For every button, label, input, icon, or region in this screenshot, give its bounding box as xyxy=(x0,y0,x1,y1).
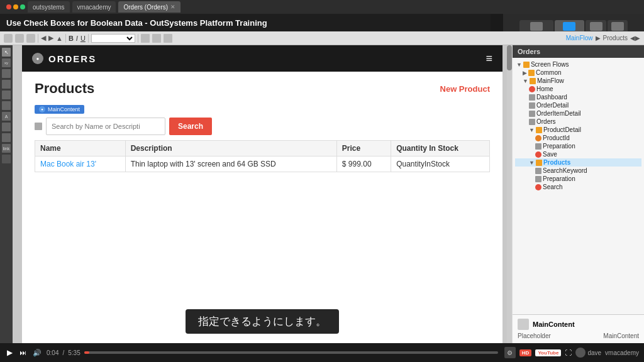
tree-item-search[interactable]: Search xyxy=(515,183,641,191)
vc-right: ⚙ HD YouTube ⛶ dave vmacademy xyxy=(504,347,639,358)
settings-icon[interactable]: ⚙ xyxy=(504,347,516,358)
align-center[interactable] xyxy=(152,34,161,43)
left-tool-3[interactable] xyxy=(2,69,11,78)
progress-bar[interactable] xyxy=(84,351,498,354)
search-bar: Search xyxy=(35,118,490,135)
icon-common xyxy=(528,70,535,76)
window-controls xyxy=(6,4,25,9)
icon-productdetail xyxy=(536,127,542,133)
separator-1 xyxy=(38,34,38,43)
play-button[interactable]: ▶ xyxy=(5,348,14,357)
italic-btn[interactable]: I xyxy=(76,35,78,42)
align-right[interactable] xyxy=(164,34,172,43)
avatar xyxy=(575,348,586,358)
left-tool-7[interactable]: A xyxy=(2,112,11,121)
left-tool-6[interactable] xyxy=(2,101,11,110)
icon-prep2 xyxy=(535,176,541,182)
left-tool-xy[interactable]: xy xyxy=(2,58,11,67)
youtube-logo[interactable]: YouTube xyxy=(535,349,561,356)
label-common: Common xyxy=(536,69,562,76)
products-title: Products xyxy=(35,80,94,97)
icon-dashboard xyxy=(529,94,535,101)
maximize-dot xyxy=(20,4,25,9)
platform-label: vmacademy xyxy=(605,349,639,356)
fullscreen-button[interactable]: ⛶ xyxy=(565,349,572,356)
tool-icon-2[interactable] xyxy=(15,34,24,43)
align-left[interactable] xyxy=(141,34,150,43)
user-label: dave xyxy=(587,349,601,356)
icon-home xyxy=(529,86,535,92)
nav-forward[interactable]: ▶ xyxy=(48,34,53,42)
tab-orders[interactable]: Orders (Orders) ✕ xyxy=(118,1,180,13)
label-orders: Orders xyxy=(536,118,556,125)
volume-button[interactable]: 🔊 xyxy=(31,349,43,357)
label-productdetail: ProductDetail xyxy=(543,126,581,133)
main-content-badge: ● MainContent xyxy=(35,105,84,114)
hamburger-icon[interactable]: ≡ xyxy=(486,52,492,65)
v-scrollbar-thumb[interactable] xyxy=(507,45,512,70)
left-tool-4[interactable] xyxy=(2,80,11,89)
search-input[interactable] xyxy=(46,118,165,135)
cell-name[interactable]: Mac Book air 13' xyxy=(35,156,126,172)
skip-back-button[interactable]: ⏭ xyxy=(18,349,28,356)
left-tool-11[interactable] xyxy=(2,155,11,163)
right-panel: Orders ▼ Screen Flows ▶ xyxy=(512,45,644,343)
tab-outsystems[interactable]: outsystems xyxy=(28,1,70,13)
tree-item-home[interactable]: Home xyxy=(515,85,641,93)
label-orderdetail: OrderDetail xyxy=(536,102,569,109)
main-container: outsystems vmacademy Orders (Orders) ✕ U… xyxy=(0,0,644,362)
tree-item-products[interactable]: ▼ Products xyxy=(515,158,641,167)
tree-item-productid[interactable]: ProductId xyxy=(515,134,641,142)
left-tool-5[interactable] xyxy=(2,90,11,99)
tree-container: ▼ Screen Flows ▶ Common ▼ xyxy=(513,58,644,314)
cell-price: $ 999.00 xyxy=(336,156,391,172)
hd-badge[interactable]: HD xyxy=(519,349,532,356)
tree-item-save[interactable]: Save xyxy=(515,150,641,158)
nav-back[interactable]: ◀ xyxy=(41,34,46,42)
left-tool-10[interactable]: link xyxy=(2,144,11,153)
left-tool-9[interactable] xyxy=(2,133,11,142)
progress-fill xyxy=(84,351,89,354)
tab-vmacademy[interactable]: vmacademy xyxy=(72,1,116,13)
breadcrumb-controls[interactable]: ◀▶ xyxy=(630,35,640,41)
tree-item-prep1[interactable]: Preparation xyxy=(515,142,641,150)
separator-3 xyxy=(88,34,89,43)
label-search: Search xyxy=(543,184,563,190)
underline-btn[interactable]: U xyxy=(80,35,86,42)
left-tool-pointer[interactable]: ↖ xyxy=(2,48,11,57)
tree-item-orderdetail[interactable]: OrderDetail xyxy=(515,101,641,109)
breadcrumb-page: Products xyxy=(603,35,628,41)
v-scrollbar[interactable] xyxy=(507,45,512,343)
icon-search xyxy=(535,184,541,190)
tool-icon-3[interactable] xyxy=(26,34,35,43)
left-tool-8[interactable] xyxy=(2,123,11,131)
tree-item-orders[interactable]: Orders xyxy=(515,118,641,126)
tree-item-productdetail[interactable]: ▼ ProductDetail xyxy=(515,126,641,134)
close-dot xyxy=(6,4,11,9)
right-bottom-panel: MainContent Placeholder MainContent xyxy=(513,314,644,343)
font-select[interactable] xyxy=(91,34,135,43)
tree-item-mainflow[interactable]: ▼ MainFlow xyxy=(515,77,641,85)
badge-icon: ● xyxy=(39,106,45,112)
tree-item-screenflows[interactable]: ▼ Screen Flows xyxy=(515,60,641,69)
breadcrumb-main[interactable]: MainFlow xyxy=(566,35,593,41)
tree-item-common[interactable]: ▶ Common xyxy=(515,69,641,77)
tree-item-dashboard[interactable]: Dashboard xyxy=(515,93,641,101)
icon-productid xyxy=(535,135,541,141)
bold-btn[interactable]: B xyxy=(69,35,74,42)
tree-item-prep2[interactable]: Preparation xyxy=(515,175,641,183)
ide-area: ◀ ▶ ▲ B I U MainFlow ▶ Products ◀▶ ↖ xyxy=(0,31,644,343)
separator-4 xyxy=(138,34,138,43)
new-product-link[interactable]: New Product xyxy=(440,84,490,94)
breadcrumb-arrow: ▶ xyxy=(596,35,601,41)
label-searchkeyword: SearchKeyword xyxy=(543,167,587,174)
right-bottom-icon xyxy=(518,319,529,330)
tree-item-orderitemdetail[interactable]: OrderItemDetail xyxy=(515,109,641,118)
tree-item-searchkeyword[interactable]: SearchKeyword xyxy=(515,167,641,175)
nav-up[interactable]: ▲ xyxy=(56,35,63,42)
tool-icon-1[interactable] xyxy=(4,34,13,43)
search-button[interactable]: Search xyxy=(169,118,212,135)
tab-close-icon[interactable]: ✕ xyxy=(170,4,175,10)
label-save: Save xyxy=(543,151,557,158)
logic-icon xyxy=(590,22,602,31)
